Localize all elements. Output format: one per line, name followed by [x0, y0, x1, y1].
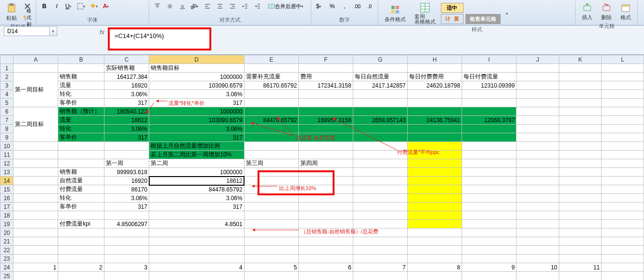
col-header[interactable]: C — [104, 55, 149, 64]
cell[interactable]: 客单价 — [58, 99, 104, 107]
cell[interactable]: 4.8501 — [149, 220, 244, 229]
currency-button[interactable]: $▾ — [314, 1, 325, 12]
cell[interactable]: 86170.65792 — [244, 81, 298, 90]
cell[interactable]: 11 — [559, 263, 601, 272]
cell[interactable]: 317 — [104, 203, 149, 211]
cell[interactable]: 999993.618 — [104, 168, 149, 177]
align-center-button[interactable] — [215, 1, 225, 12]
cell[interactable]: 24136.75941 — [408, 116, 462, 125]
cell[interactable]: 7 — [353, 263, 407, 272]
cell-active[interactable]: 18612 — [149, 177, 244, 185]
cell[interactable]: 费用 — [298, 73, 353, 81]
row-header[interactable]: 4 — [0, 90, 13, 99]
col-header[interactable]: E — [244, 55, 298, 64]
cell[interactable]: 每日自然流量 — [353, 73, 407, 81]
name-box[interactable] — [4, 26, 50, 36]
cell[interactable]: 4.85006297 — [104, 220, 149, 229]
cell[interactable]: 317 — [149, 99, 244, 107]
cell[interactable]: 每日付费费用 — [408, 73, 462, 81]
col-header[interactable]: K — [559, 55, 601, 64]
row-header[interactable]: 11 — [0, 151, 13, 159]
cell[interactable]: 根据上月自然流量增加比例 — [149, 142, 244, 151]
cell[interactable]: 24620.18798 — [408, 81, 462, 90]
cell[interactable]: 84478.65792 — [244, 116, 298, 125]
cell[interactable]: 172341.3158 — [298, 81, 353, 90]
align-top-button[interactable] — [152, 1, 163, 12]
fx-button[interactable]: fx — [96, 27, 108, 37]
percent-button[interactable]: % — [327, 1, 337, 12]
row-header[interactable]: 8 — [0, 125, 13, 133]
cell[interactable]: 164127.384 — [104, 73, 149, 81]
cell[interactable]: 客单价 — [58, 203, 104, 211]
conditional-formatting-button[interactable]: 条件格式 — [381, 3, 409, 25]
cell-style-normal[interactable]: 适中 — [441, 3, 464, 13]
cell[interactable]: 3.06% — [104, 194, 149, 203]
row-header[interactable]: 25 — [0, 272, 13, 280]
cell[interactable]: 180540.122 — [104, 107, 149, 116]
cell[interactable]: 若上月第二周比第一周增加10% — [149, 151, 244, 159]
row-header[interactable]: 6 — [0, 107, 13, 116]
row-header[interactable]: 1 — [0, 64, 13, 73]
cell[interactable]: 103090.6579 — [149, 81, 244, 90]
paste-button[interactable]: 粘贴 — [3, 1, 20, 23]
cell[interactable]: 第二周 — [149, 159, 244, 168]
cell[interactable]: 1 — [13, 263, 58, 272]
row-header[interactable]: 23 — [0, 255, 13, 263]
cell[interactable]: 需要补充流量 — [244, 73, 298, 81]
row-header[interactable]: 22 — [0, 246, 13, 255]
row-header[interactable]: 12 — [0, 159, 13, 168]
row-header[interactable]: 5 — [0, 99, 13, 107]
cell[interactable]: 3.06% — [149, 194, 244, 203]
cell[interactable]: 6 — [298, 263, 353, 272]
cell[interactable]: 第三周 — [244, 159, 298, 168]
cell[interactable]: 10 — [516, 263, 559, 272]
cell[interactable]: 1000000 — [149, 107, 244, 116]
col-header[interactable]: G — [353, 55, 407, 64]
cell[interactable]: 转化 — [58, 90, 104, 99]
row-header[interactable]: 10 — [0, 142, 13, 151]
align-middle-button[interactable] — [165, 1, 175, 12]
italic-button[interactable]: I — [52, 1, 62, 12]
cell[interactable]: 84478.65792 — [149, 185, 244, 194]
underline-button[interactable]: U▾ — [64, 1, 75, 12]
cell[interactable]: 客单价 — [58, 133, 104, 142]
comma-button[interactable]: , — [339, 1, 350, 12]
insert-button[interactable]: 插入 — [579, 1, 596, 23]
cell[interactable]: 3.06% — [104, 90, 149, 99]
row-header[interactable]: 2 — [0, 73, 13, 81]
cell[interactable]: 流量 — [58, 81, 104, 90]
format-as-table-button[interactable]: 套用 表格格式 — [411, 1, 439, 26]
align-bottom-button[interactable] — [177, 1, 188, 12]
cell[interactable]: 317 — [104, 133, 149, 142]
cell[interactable]: 2417.142857 — [353, 81, 407, 90]
cell[interactable]: 3.06% — [149, 90, 244, 99]
row-header[interactable]: 19 — [0, 220, 13, 229]
delete-button[interactable]: 删除 — [598, 1, 615, 23]
cell[interactable]: 3.06% — [149, 125, 244, 133]
merge-center-button[interactable]: 合并后居中▾ — [265, 1, 308, 12]
cell[interactable]: 付费流量 — [58, 185, 104, 194]
cell[interactable]: 12068.3797 — [462, 116, 516, 125]
row-header[interactable]: 7 — [0, 116, 13, 125]
cell[interactable]: 销售额 — [58, 168, 104, 177]
col-header[interactable]: L — [602, 55, 644, 64]
cell[interactable]: 销售额（预计） — [58, 107, 104, 116]
row-header[interactable]: 9 — [0, 133, 13, 142]
cell[interactable]: 4 — [149, 263, 244, 272]
row-header[interactable]: 15 — [0, 185, 13, 194]
fill-color-button[interactable]: ▾ — [89, 1, 100, 12]
col-header[interactable]: F — [298, 55, 353, 64]
cell[interactable]: 12310.09399 — [462, 81, 516, 90]
cell[interactable]: 2 — [58, 263, 104, 272]
format-button[interactable]: 格式 — [617, 1, 634, 23]
cell[interactable]: 转化 — [58, 194, 104, 203]
cell[interactable]: 第一周 — [104, 159, 149, 168]
styles-more-button[interactable]: ▾ — [502, 8, 513, 19]
border-button[interactable]: ▾ — [77, 1, 87, 12]
spreadsheet-grid[interactable]: A B C D E F G H I J K L 1实际销售额销售额目标 2第一周… — [0, 55, 644, 280]
row-header[interactable]: 13 — [0, 168, 13, 177]
row-header[interactable]: 21 — [0, 237, 13, 246]
cell[interactable]: 第四周 — [298, 159, 353, 168]
cell[interactable]: 103090.6579 — [149, 116, 244, 125]
row-header[interactable]: 16 — [0, 194, 13, 203]
